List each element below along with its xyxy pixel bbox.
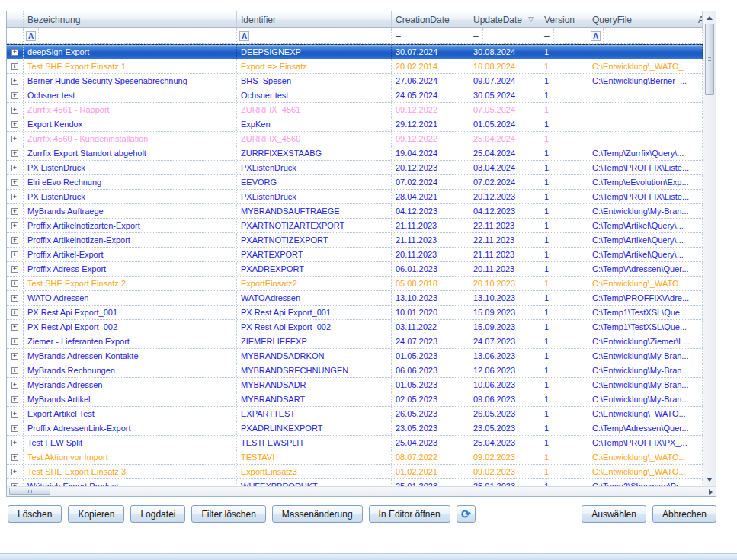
scroll-right-arrow-icon[interactable] <box>709 489 713 495</box>
dash-filter-icon[interactable]: – <box>543 31 551 40</box>
filter-cell-version[interactable]: – <box>540 28 588 43</box>
table-row[interactable]: +Ochsner testOchsner test24.05.202430.05… <box>7 88 703 103</box>
expander-icon[interactable]: + <box>11 136 18 142</box>
table-row[interactable]: +Test SHE Export Einsatz 2ExportEinsatz2… <box>7 277 703 291</box>
filter-icon-box[interactable]: A <box>588 28 604 43</box>
table-row[interactable]: +MyBrands ArtikelMYBRANDSART02.05.202309… <box>7 392 703 407</box>
filter-cell-bezeichnung[interactable]: A <box>24 28 237 43</box>
expander-icon[interactable]: + <box>11 266 18 273</box>
table-row[interactable]: +Test FEW SplitTESTFEWSPLIT25.04.202325.… <box>7 436 703 450</box>
vertical-scrollbar-thumb[interactable] <box>705 24 714 95</box>
expander-icon[interactable]: + <box>11 179 18 186</box>
column-header-bezeichnung[interactable]: Bezeichnung <box>24 11 237 27</box>
table-row[interactable]: +PX Rest Api Export_002PX Rest Api Expor… <box>7 320 703 334</box>
logfile-button[interactable]: Logdatei <box>130 505 185 523</box>
filter-cell-extra[interactable] <box>694 28 703 43</box>
expander-icon[interactable]: + <box>11 425 18 432</box>
expander-icon[interactable]: + <box>11 63 18 70</box>
expander-icon[interactable]: + <box>11 237 18 244</box>
filter-icon-box[interactable]: – <box>469 28 483 43</box>
copy-button[interactable]: Kopieren <box>68 505 124 523</box>
expander-icon[interactable]: + <box>11 251 18 258</box>
table-row[interactable]: +Export KendoxExpKen29.12.202101.05.2024… <box>7 117 703 132</box>
expander-icon[interactable]: + <box>11 338 18 345</box>
table-row[interactable]: +MyBrands AuftraegeMYBRANDSAUFTRAEGE04.1… <box>7 204 703 219</box>
expander-icon[interactable]: + <box>11 280 18 287</box>
refresh-button[interactable]: ⟳ <box>457 505 476 523</box>
expander-icon[interactable]: + <box>11 382 18 389</box>
expander-icon[interactable]: + <box>11 353 18 360</box>
expander-icon[interactable]: + <box>11 440 18 446</box>
open-in-editor-button[interactable]: In Editor öffnen <box>369 505 450 523</box>
table-row[interactable]: +Proffix AdressenLink-ExportPXADRLINKEXP… <box>7 421 703 436</box>
filter-cell-update_date[interactable]: – <box>469 28 540 43</box>
column-header-version[interactable]: Version <box>540 11 588 27</box>
expander-icon[interactable]: + <box>11 396 18 403</box>
table-row[interactable]: +MyBrands AdressenMYBRANDSADR01.05.20231… <box>7 378 703 392</box>
expander-icon[interactable]: + <box>11 78 18 85</box>
table-row[interactable]: +PX ListenDruckPXListenDruck28.04.202120… <box>7 190 703 204</box>
text-filter-icon[interactable]: A <box>239 31 249 41</box>
horizontal-scrollbar-thumb[interactable] <box>9 488 50 495</box>
clear-filter-button[interactable]: Filter löschen <box>191 505 265 523</box>
table-row[interactable]: +Wüterich Export ProductWUFEXPPRODUKT25.… <box>7 479 703 486</box>
select-button[interactable]: Auswählen <box>582 505 646 523</box>
table-row[interactable]: +Proffix Adress-ExportPXADREXPORT06.01.2… <box>7 262 703 277</box>
column-header-identifier[interactable]: Identifier <box>237 11 392 27</box>
expander-icon[interactable]: + <box>11 454 18 461</box>
table-row[interactable]: +deepSign ExportDEEPSIGNEXP30.07.202430.… <box>7 44 703 59</box>
table-row[interactable]: +MyBrands Adressen-KontakteMYBRANDSADRKO… <box>7 349 703 363</box>
expander-icon[interactable]: + <box>11 121 18 128</box>
delete-button[interactable]: Löschen <box>8 505 62 523</box>
expander-icon[interactable]: + <box>11 107 18 114</box>
text-filter-icon[interactable]: A <box>591 31 601 41</box>
table-row[interactable]: +Berner Hunde Security SpesenabrechnungB… <box>7 74 703 88</box>
dash-filter-icon[interactable]: – <box>394 31 402 40</box>
filter-cell-query_file[interactable]: A <box>588 28 694 43</box>
expander-icon[interactable]: + <box>11 208 18 215</box>
scroll-up-arrow-icon[interactable] <box>703 12 716 24</box>
filter-cell-identifier[interactable]: A <box>237 28 392 43</box>
expander-icon[interactable]: + <box>11 165 18 171</box>
table-row[interactable]: +PX ListenDruckPXListenDruck20.12.202303… <box>7 161 703 175</box>
table-row[interactable]: +Export Artikel TestEXPARTTEST26.05.2023… <box>7 407 703 421</box>
cancel-button[interactable]: Abbrechen <box>652 505 716 523</box>
expander-icon[interactable]: + <box>11 92 18 99</box>
table-row[interactable]: +Proffix Artikel-ExportPXARTEXPORT20.11.… <box>7 248 703 262</box>
expander-icon[interactable]: + <box>11 469 18 475</box>
table-row[interactable]: +Test Aktion vor ImportTESTAVI08.07.2022… <box>7 450 703 465</box>
expander-icon[interactable]: + <box>11 194 18 200</box>
expander-icon[interactable]: + <box>11 49 18 56</box>
dash-filter-icon[interactable]: – <box>472 31 480 40</box>
scroll-down-arrow-icon[interactable] <box>703 474 716 485</box>
filter-cell-creation_date[interactable]: – <box>392 28 469 43</box>
table-row[interactable]: +Zurrfix 4561 - RapportZURRFIX_456109.12… <box>7 103 703 117</box>
table-row[interactable]: +PX Rest Api Export_001PX Rest Api Expor… <box>7 306 703 320</box>
expander-icon[interactable]: + <box>11 324 18 331</box>
table-row[interactable]: +Zurrfix 4560 - KundeninstallationZURRFI… <box>7 132 703 146</box>
column-header-update_date[interactable]: UpdateDate▽ <box>469 11 540 27</box>
filter-icon-box[interactable]: A <box>237 28 252 43</box>
table-row[interactable]: +Proffix Artikelnotizarten-ExportPXARTNO… <box>7 219 703 233</box>
column-header-creation_date[interactable]: CreationDate <box>392 11 469 27</box>
table-row[interactable]: +Elri eEvo RechnungEEVORG07.02.202407.02… <box>7 175 703 190</box>
vertical-scrollbar[interactable] <box>703 11 716 486</box>
column-header-query_file[interactable]: QueryFile <box>588 11 694 27</box>
filter-icon-box[interactable]: – <box>392 28 405 43</box>
expander-icon[interactable]: + <box>11 309 18 316</box>
expander-icon[interactable]: + <box>11 295 18 302</box>
bulk-edit-button[interactable]: Massenänderung <box>272 505 363 523</box>
table-row[interactable]: +Test SHE Export Einsatz 3ExportEinsatz3… <box>7 465 703 479</box>
expander-icon[interactable]: + <box>11 150 18 157</box>
table-row[interactable]: +MyBrands RechnungenMYBRANDSRECHNUNGEN06… <box>7 363 703 378</box>
text-filter-icon[interactable]: A <box>26 31 36 41</box>
expander-icon[interactable]: + <box>11 411 18 418</box>
filter-icon-box[interactable]: – <box>540 28 554 43</box>
horizontal-scrollbar[interactable] <box>7 486 716 496</box>
table-row[interactable]: +Zurrfix Export Standort abgeholtZURRFIX… <box>7 146 703 161</box>
table-row[interactable]: +WATO AdressenWATOAdressen13.10.202313.1… <box>7 291 703 306</box>
table-row[interactable]: +Ziemer - Lieferanten ExportZIEMERLIEFEX… <box>7 334 703 349</box>
table-row[interactable]: +Proffix Artikelnotizen-ExportPXARTNOTIZ… <box>7 233 703 248</box>
table-row[interactable]: +Test SHE Export Einsatz 1Export => Eins… <box>7 59 703 74</box>
expander-icon[interactable]: + <box>11 222 18 229</box>
